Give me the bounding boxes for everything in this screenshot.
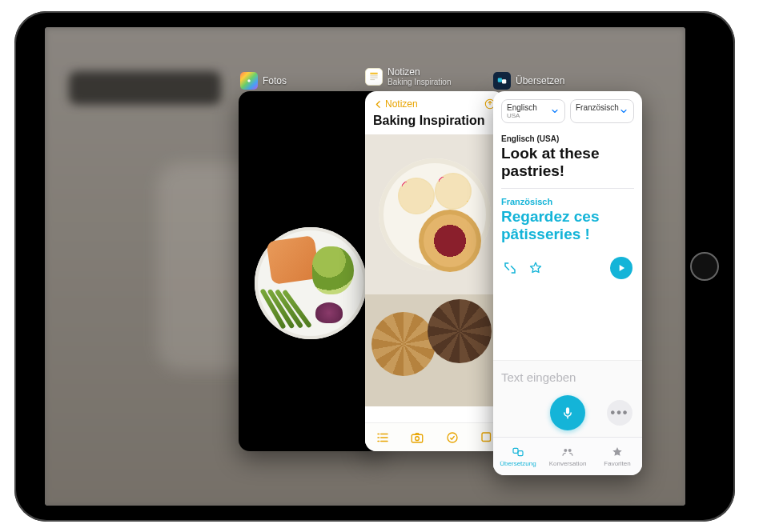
switcher-label-notizen: Notizen [388, 67, 452, 78]
checklist-icon[interactable] [375, 430, 390, 445]
tab-translate[interactable]: Übersetzung [493, 438, 543, 475]
svg-point-8 [448, 433, 457, 442]
translate-input-area[interactable]: Text eingeben ••• [493, 360, 642, 437]
notizen-app-icon [365, 68, 383, 86]
translate-input-placeholder: Text eingeben [501, 370, 634, 384]
play-button[interactable] [610, 257, 632, 279]
markup-icon[interactable] [445, 430, 460, 445]
svg-rect-9 [482, 433, 491, 442]
target-language-label: Französisch [501, 197, 634, 206]
background-title-smudge [69, 71, 221, 105]
compose-icon[interactable] [480, 430, 494, 445]
svg-rect-2 [370, 75, 377, 76]
notes-back-label: Notizen [385, 98, 418, 110]
notes-toolbar [365, 422, 504, 451]
source-language-selector[interactable]: Englisch USA [501, 99, 565, 123]
svg-rect-11 [502, 79, 506, 83]
chevron-down-icon [550, 106, 560, 116]
target-language-selector[interactable]: Französisch [570, 99, 634, 123]
svg-point-7 [416, 436, 420, 440]
uebersetzen-app-icon [493, 72, 511, 90]
svg-rect-3 [370, 78, 377, 78]
ipad-frame: Fotos Notizen Baking [14, 11, 735, 522]
tab-translate-label: Übersetzung [500, 460, 536, 467]
notes-back-button[interactable]: Notizen [373, 98, 418, 110]
translate-tabbar: Übersetzung Konversation Favoriten [493, 437, 642, 475]
home-button[interactable] [690, 252, 719, 281]
app-card-uebersetzen[interactable]: Englisch USA Französisch Englisch (USA) … [493, 91, 642, 475]
note-photo-2 [365, 294, 504, 406]
svg-rect-13 [513, 448, 518, 453]
svg-rect-1 [370, 73, 377, 74]
tab-favorites[interactable]: Favoriten [592, 438, 642, 475]
svg-point-0 [247, 79, 251, 82]
svg-rect-4 [370, 79, 375, 80]
divider [501, 188, 634, 189]
svg-rect-6 [412, 434, 424, 442]
svg-point-15 [564, 449, 567, 452]
switcher-header-uebersetzen: Übersetzen [493, 72, 564, 90]
translated-text: Regardez ces pâtisseries ! [501, 208, 634, 243]
switcher-subtitle-notizen: Baking Inspiration [388, 78, 452, 86]
fotos-app-icon [240, 72, 258, 90]
app-card-notizen[interactable]: Notizen Baking Inspiration [365, 91, 504, 451]
note-photo-1 [365, 134, 504, 294]
ipad-screen: Fotos Notizen Baking [45, 27, 685, 506]
photo-food-plate [239, 219, 383, 347]
camera-icon[interactable] [410, 430, 424, 445]
svg-point-16 [568, 449, 572, 452]
note-title: Baking Inspiration [365, 112, 504, 134]
switcher-header-notizen: Notizen Baking Inspiration [365, 67, 452, 86]
source-text: Look at these pastries! [501, 145, 634, 180]
switcher-header-fotos: Fotos [240, 72, 287, 90]
switcher-label-fotos: Fotos [263, 75, 287, 86]
star-icon[interactable] [528, 261, 543, 275]
tab-conversation[interactable]: Konversation [543, 438, 592, 475]
svg-rect-14 [518, 451, 523, 456]
app-card-fotos[interactable] [239, 91, 383, 451]
more-button[interactable]: ••• [607, 400, 632, 426]
microphone-button[interactable] [550, 395, 585, 430]
svg-rect-10 [498, 78, 502, 82]
switcher-label-uebersetzen: Übersetzen [516, 75, 564, 86]
chevron-down-icon [619, 106, 628, 116]
tab-favorites-label: Favoriten [604, 460, 630, 467]
svg-rect-12 [566, 407, 569, 414]
expand-icon[interactable] [503, 261, 517, 275]
source-language-label: Englisch (USA) [501, 134, 634, 143]
chevron-left-icon [373, 99, 384, 110]
tab-conversation-label: Konversation [549, 460, 587, 467]
